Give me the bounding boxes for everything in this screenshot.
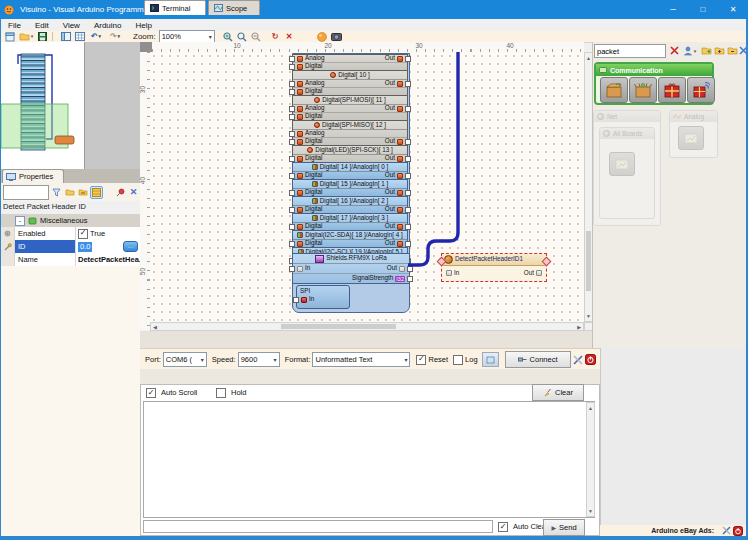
minimize-button[interactable]: ─ (658, 0, 688, 19)
property-group-row[interactable]: - Miscellaneous (1, 214, 140, 228)
signal-strength-pin[interactable] (407, 276, 413, 282)
signal-wire[interactable] (408, 52, 458, 265)
terminal-output[interactable] (143, 401, 595, 518)
ads-power-icon[interactable] (732, 526, 744, 536)
serial-power-icon[interactable] (584, 355, 596, 365)
enabled-checkbox[interactable] (78, 229, 88, 239)
channel-in-pin[interactable] (289, 173, 295, 179)
filter-user-icon[interactable]: ▾ (681, 45, 698, 56)
channel-out-pin[interactable] (405, 190, 411, 196)
property-row-enabled[interactable]: Enabled True (1, 227, 140, 240)
channel-in-pin[interactable] (289, 190, 295, 196)
channel-out-pin[interactable] (405, 224, 411, 230)
scroll-up-icon[interactable]: ▲ (585, 54, 592, 62)
toolbox-item-make-structure[interactable] (658, 77, 686, 103)
scroll-up-icon[interactable]: ▲ (587, 404, 594, 412)
send-input[interactable] (143, 520, 493, 533)
channel-out-pin[interactable] (405, 241, 411, 247)
channel-in-pin[interactable] (289, 224, 295, 230)
filter-dropdown-icon[interactable]: ▾ (694, 48, 697, 54)
undo-button[interactable]: ↶▾ (88, 32, 104, 42)
terminal-vscrollbar[interactable]: ▲ ▼ (586, 402, 595, 517)
serial-settings-icon[interactable] (572, 355, 584, 365)
port-combobox[interactable]: COM6 (▾ (163, 352, 207, 367)
board-channel-block[interactable]: Digital(I2C-SDA)[ 18 ]/AnalogIn[ 4 ]Digi… (292, 230, 408, 248)
faded-toolbox-item[interactable] (609, 152, 635, 176)
channel-out-pin[interactable] (405, 81, 411, 87)
save-button[interactable] (37, 32, 48, 42)
connect-button[interactable]: Connect (505, 351, 571, 368)
zoom-out-icon[interactable] (251, 32, 262, 42)
toolbox-item-unpacket[interactable] (629, 77, 657, 103)
vscroll-thumb[interactable] (586, 231, 591, 291)
channel-in-pin[interactable] (289, 139, 295, 145)
category-net[interactable]: Net All Boards (593, 110, 661, 226)
autoclear-checkbox[interactable] (498, 522, 508, 532)
ads-settings-icon[interactable] (720, 526, 732, 536)
toggle-grid-button[interactable] (74, 32, 85, 42)
pin-icon[interactable] (115, 187, 126, 198)
undo-dropdown-icon[interactable]: ▾ (99, 34, 102, 39)
channel-in-pin[interactable] (289, 241, 295, 247)
design-canvas[interactable]: AnalogOutDigitalDigital[ 10 ]AnalogOutDi… (150, 52, 584, 322)
board-channel-block[interactable]: Digital[ 14 ]/AnalogIn[ 0 ]DigitalOut (292, 162, 408, 180)
channel-in-pin[interactable] (289, 106, 295, 112)
compile-icon[interactable] (317, 32, 328, 42)
collapse-all-icon[interactable] (77, 187, 88, 198)
hscroll-thumb[interactable] (281, 324, 396, 329)
menu-arduino[interactable]: Arduino (87, 19, 129, 31)
expand-all-icon[interactable] (64, 187, 75, 198)
channel-out-pin[interactable] (405, 56, 411, 62)
board-channel-block[interactable]: Digital[ 17 ]/AnalogIn[ 3 ]DigitalOut (292, 213, 408, 231)
channel-in-pin[interactable] (289, 207, 295, 213)
upload-icon[interactable] (331, 32, 342, 42)
new-folder-icon[interactable] (700, 45, 712, 56)
arrange-view-icon[interactable] (90, 186, 103, 199)
rfm9x-out-pin[interactable] (407, 266, 413, 272)
property-row-id[interactable]: ID 0.0 … (1, 240, 140, 253)
board-channel-block[interactable]: Digital(SPI-MOSI)[ 11 ]AnalogOutDigital (292, 95, 408, 121)
board-channel-block[interactable]: Digital[ 10 ]AnalogOutDigital (292, 70, 408, 96)
toolbox-item-packet[interactable] (600, 77, 628, 103)
channel-in-pin[interactable] (289, 81, 295, 87)
open-dropdown-icon[interactable]: ▾ (31, 34, 34, 39)
rfm9x-in-pin[interactable] (289, 266, 295, 272)
close-properties-icon[interactable]: ✕ (128, 187, 139, 198)
log-file-button[interactable] (482, 352, 499, 367)
zoom-reset-icon[interactable] (237, 32, 248, 42)
close-button[interactable]: ✕ (718, 0, 748, 19)
send-button[interactable]: ▶ Send (543, 519, 585, 536)
channel-in-pin[interactable] (289, 114, 295, 120)
redo-dropdown-icon[interactable]: ▾ (118, 34, 121, 39)
clear-button[interactable]: Clear (532, 384, 584, 401)
reset-checkbox[interactable] (416, 355, 426, 365)
tab-terminal[interactable]: Terminal (144, 0, 206, 15)
scroll-left-icon[interactable]: ◀ (153, 323, 157, 331)
tab-properties[interactable]: Properties (2, 169, 64, 183)
toggle-panels-button[interactable] (60, 32, 71, 42)
board-channel-block[interactable]: Digital(LED)(SPI-SCK)[ 13 ]DigitalOut (292, 145, 408, 163)
speed-combobox[interactable]: 9600▾ (238, 352, 280, 367)
channel-out-pin[interactable] (405, 173, 411, 179)
open-project-button[interactable]: ▾ (18, 32, 34, 42)
menu-edit[interactable]: Edit (28, 19, 56, 31)
scroll-down-icon[interactable]: ▼ (587, 507, 594, 515)
menu-view[interactable]: View (56, 19, 87, 31)
filter-funnel-icon[interactable] (51, 187, 62, 198)
board-channel-block[interactable]: Digital[ 16 ]/AnalogIn[ 2 ]DigitalOut (292, 196, 408, 214)
panel-splitter[interactable] (140, 331, 592, 348)
id-value-input[interactable]: 0.0 (78, 242, 92, 252)
scroll-down-icon[interactable]: ▼ (585, 312, 592, 320)
detect-packet-header-component[interactable]: DetectPacketHeaderID1 In Out (441, 253, 547, 282)
tab-scope[interactable]: Scope (208, 0, 260, 15)
refresh-icon[interactable]: ↻ (270, 32, 281, 42)
channel-out-pin[interactable] (405, 139, 411, 145)
scroll-right-icon[interactable]: ▶ (577, 323, 581, 331)
delete-icon[interactable]: ✕ (284, 32, 295, 42)
board-channel-block[interactable]: Digital[ 15 ]/AnalogIn[ 1 ]DigitalOut (292, 179, 408, 197)
collapse-group-icon[interactable]: - (15, 216, 25, 226)
channel-in-pin[interactable] (289, 131, 295, 137)
expand-folders-icon[interactable] (713, 45, 725, 56)
zoom-in-icon[interactable] (223, 32, 234, 42)
channel-in-pin[interactable] (289, 56, 295, 62)
